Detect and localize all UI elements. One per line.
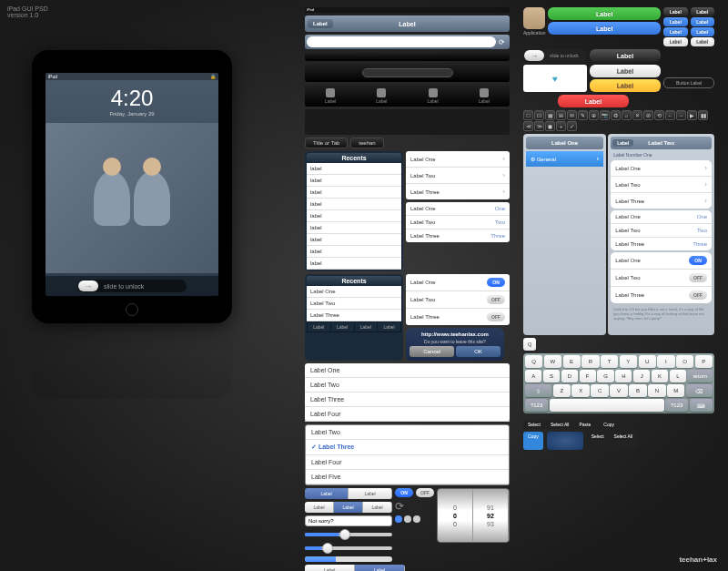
toolbar-icon[interactable]: ≫ bbox=[534, 121, 544, 131]
popover-tab[interactable]: Label bbox=[331, 322, 354, 331]
key[interactable]: F bbox=[580, 370, 596, 382]
edit-select-all[interactable]: Select All bbox=[546, 420, 574, 429]
key-dismiss[interactable]: ⌨ bbox=[690, 399, 713, 412]
popover-item[interactable]: label bbox=[307, 175, 401, 187]
key[interactable]: T bbox=[601, 355, 618, 368]
mini-button[interactable]: Label bbox=[691, 37, 715, 46]
app-icon[interactable] bbox=[523, 7, 545, 29]
key[interactable]: V bbox=[610, 384, 627, 397]
toolbar-icon[interactable]: ≪ bbox=[523, 121, 533, 131]
key-numbers[interactable]: ?123 bbox=[665, 399, 688, 412]
edit-select[interactable]: Select bbox=[587, 432, 609, 450]
popover-item[interactable]: label bbox=[307, 222, 401, 234]
toolbar-icon[interactable]: ← bbox=[665, 110, 675, 120]
toggle-switch[interactable]: ON bbox=[689, 256, 707, 265]
ok-button[interactable]: OK bbox=[456, 346, 500, 357]
home-button[interactable] bbox=[126, 303, 138, 316]
key[interactable]: O bbox=[676, 355, 693, 368]
slider[interactable] bbox=[305, 546, 392, 550]
popover-item[interactable]: label bbox=[307, 163, 401, 175]
list-item[interactable]: Label ThreeThree bbox=[406, 229, 510, 242]
mini-button[interactable]: Label bbox=[663, 37, 688, 46]
toolbar-icon[interactable]: □ bbox=[523, 110, 533, 120]
popover-tab[interactable]: Label bbox=[308, 322, 330, 331]
toolbar-icon[interactable]: ⊡ bbox=[534, 110, 544, 120]
edit-select-all[interactable]: Select All bbox=[610, 432, 638, 450]
list-item[interactable]: Label Two bbox=[306, 425, 509, 440]
slider[interactable] bbox=[305, 533, 392, 536]
button-black[interactable]: Label bbox=[590, 49, 661, 62]
list-item[interactable]: Label Three› bbox=[611, 193, 712, 209]
list-item[interactable]: Label ThreeThree bbox=[611, 238, 712, 250]
toggle-switch[interactable]: OFF bbox=[689, 273, 707, 282]
popover-tab[interactable]: Label bbox=[378, 322, 400, 331]
key[interactable]: W bbox=[544, 355, 561, 368]
slide-to-unlock[interactable]: → slide to unlock bbox=[523, 49, 587, 62]
back-button[interactable]: Label bbox=[612, 139, 633, 147]
list-item[interactable]: Label Four bbox=[306, 455, 509, 470]
key[interactable]: Q bbox=[525, 355, 542, 368]
slide-to-unlock[interactable]: → slide to unlock bbox=[77, 280, 187, 292]
button-outline[interactable]: Button Label bbox=[663, 77, 714, 88]
popover-item[interactable]: Label Three bbox=[307, 310, 401, 321]
key[interactable]: X bbox=[571, 384, 589, 397]
mini-button[interactable]: Label bbox=[691, 7, 715, 16]
key-space[interactable] bbox=[550, 399, 664, 412]
key[interactable]: M bbox=[667, 384, 684, 397]
edit-copy[interactable]: Copy bbox=[523, 432, 543, 450]
tag-button[interactable]: teehan bbox=[350, 138, 383, 148]
key[interactable]: C bbox=[591, 384, 608, 397]
toolbar-icon[interactable]: ▶ bbox=[687, 110, 697, 120]
segmented-control[interactable]: LabelLabel bbox=[305, 488, 392, 499]
list-item[interactable]: Label OneOne bbox=[611, 210, 712, 224]
list-item[interactable]: Label Two› bbox=[611, 177, 712, 193]
toolbar-icon[interactable]: + bbox=[556, 121, 566, 131]
key[interactable]: E bbox=[563, 355, 581, 368]
key-return[interactable]: return bbox=[687, 370, 713, 382]
key[interactable]: ⌫ bbox=[686, 384, 713, 397]
key[interactable]: G bbox=[597, 370, 613, 382]
unlock-arrow-icon[interactable]: → bbox=[78, 280, 98, 291]
key[interactable]: J bbox=[633, 370, 650, 382]
toolbar-icon[interactable]: ▦ bbox=[545, 110, 555, 120]
list-item[interactable]: Label Five bbox=[306, 470, 509, 484]
tab-item[interactable]: Label bbox=[376, 88, 387, 104]
button-green[interactable]: Label bbox=[548, 7, 661, 20]
toolbar-icon[interactable]: ✉ bbox=[567, 110, 577, 120]
popover-item[interactable]: label bbox=[307, 234, 401, 246]
button-red[interactable]: Label bbox=[558, 95, 629, 107]
list-item[interactable]: Label One bbox=[305, 363, 510, 378]
key[interactable]: ⇧ bbox=[525, 384, 551, 397]
list-item[interactable]: Label One› bbox=[406, 151, 510, 168]
mini-button[interactable]: Label bbox=[663, 7, 688, 16]
segmented-control[interactable]: LabelLabelLabel bbox=[305, 502, 392, 513]
tag-button[interactable]: Title or Tab bbox=[305, 138, 348, 148]
mini-button[interactable]: Label bbox=[663, 27, 688, 36]
toolbar-icon[interactable]: ⊞ bbox=[556, 110, 566, 120]
key[interactable]: S bbox=[543, 370, 560, 382]
toolbar-icon[interactable]: ⊕ bbox=[589, 110, 599, 120]
key[interactable]: H bbox=[615, 370, 632, 382]
list-item[interactable]: Label TwoTwo bbox=[611, 224, 712, 238]
toolbar-input[interactable] bbox=[362, 68, 453, 77]
key-numbers[interactable]: ?123 bbox=[525, 399, 548, 412]
popover-item[interactable]: label bbox=[307, 246, 401, 258]
mini-button[interactable]: Label bbox=[663, 17, 688, 26]
search-input[interactable] bbox=[307, 36, 496, 47]
key[interactable]: L bbox=[670, 370, 686, 382]
tab-item[interactable]: Label bbox=[325, 88, 336, 104]
list-item[interactable]: Label TwoTwo bbox=[406, 216, 510, 229]
picker-wheel[interactable]: 000 919293 bbox=[437, 488, 510, 543]
text-input[interactable] bbox=[305, 515, 392, 526]
toolbar-icon[interactable]: ⟲ bbox=[654, 110, 664, 120]
popover-item[interactable]: label bbox=[307, 258, 401, 270]
key[interactable]: K bbox=[652, 370, 668, 382]
cancel-button[interactable]: Cancel bbox=[410, 346, 454, 357]
list-item[interactable]: Label Four bbox=[305, 407, 510, 422]
key[interactable]: U bbox=[639, 355, 656, 368]
key[interactable]: I bbox=[657, 355, 674, 368]
button-yellow[interactable]: Label bbox=[590, 79, 661, 92]
list-item-selected[interactable]: Label Three bbox=[306, 440, 509, 455]
popover-item[interactable]: Label Two bbox=[307, 298, 401, 310]
list-item[interactable]: Label OneOne bbox=[406, 202, 510, 216]
